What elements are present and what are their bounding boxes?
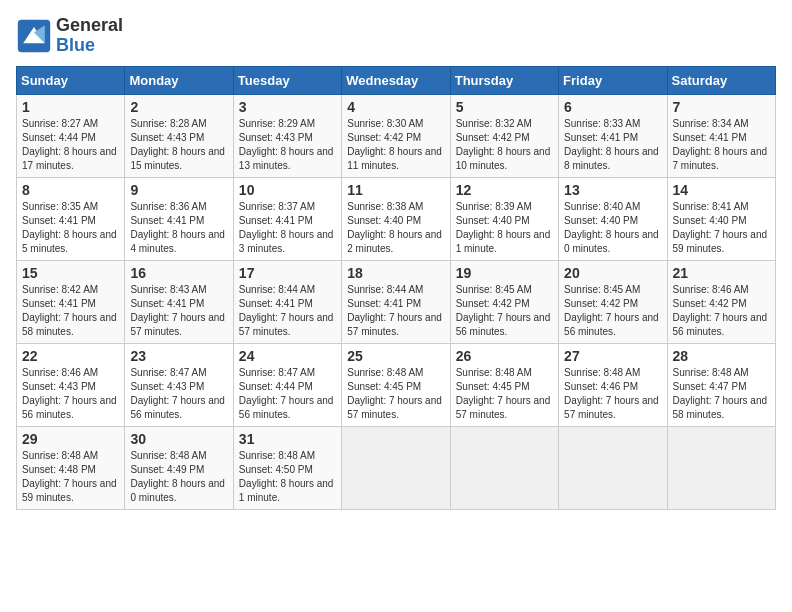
day-cell-20: 20Sunrise: 8:45 AMSunset: 4:42 PMDayligh…: [559, 260, 667, 343]
week-row-2: 8Sunrise: 8:35 AMSunset: 4:41 PMDaylight…: [17, 177, 776, 260]
col-wednesday: Wednesday: [342, 66, 450, 94]
empty-cell: [667, 426, 775, 509]
day-cell-25: 25Sunrise: 8:48 AMSunset: 4:45 PMDayligh…: [342, 343, 450, 426]
day-cell-16: 16Sunrise: 8:43 AMSunset: 4:41 PMDayligh…: [125, 260, 233, 343]
day-cell-28: 28Sunrise: 8:48 AMSunset: 4:47 PMDayligh…: [667, 343, 775, 426]
week-row-3: 15Sunrise: 8:42 AMSunset: 4:41 PMDayligh…: [17, 260, 776, 343]
calendar-header-row: Sunday Monday Tuesday Wednesday Thursday…: [17, 66, 776, 94]
week-row-1: 1Sunrise: 8:27 AMSunset: 4:44 PMDaylight…: [17, 94, 776, 177]
day-cell-4: 4Sunrise: 8:30 AMSunset: 4:42 PMDaylight…: [342, 94, 450, 177]
day-cell-31: 31Sunrise: 8:48 AMSunset: 4:50 PMDayligh…: [233, 426, 341, 509]
day-cell-29: 29Sunrise: 8:48 AMSunset: 4:48 PMDayligh…: [17, 426, 125, 509]
day-cell-19: 19Sunrise: 8:45 AMSunset: 4:42 PMDayligh…: [450, 260, 558, 343]
day-cell-6: 6Sunrise: 8:33 AMSunset: 4:41 PMDaylight…: [559, 94, 667, 177]
logo-icon: [16, 18, 52, 54]
day-cell-7: 7Sunrise: 8:34 AMSunset: 4:41 PMDaylight…: [667, 94, 775, 177]
calendar-table: Sunday Monday Tuesday Wednesday Thursday…: [16, 66, 776, 510]
day-cell-3: 3Sunrise: 8:29 AMSunset: 4:43 PMDaylight…: [233, 94, 341, 177]
day-cell-11: 11Sunrise: 8:38 AMSunset: 4:40 PMDayligh…: [342, 177, 450, 260]
col-saturday: Saturday: [667, 66, 775, 94]
day-cell-22: 22Sunrise: 8:46 AMSunset: 4:43 PMDayligh…: [17, 343, 125, 426]
day-cell-14: 14Sunrise: 8:41 AMSunset: 4:40 PMDayligh…: [667, 177, 775, 260]
day-cell-15: 15Sunrise: 8:42 AMSunset: 4:41 PMDayligh…: [17, 260, 125, 343]
day-cell-9: 9Sunrise: 8:36 AMSunset: 4:41 PMDaylight…: [125, 177, 233, 260]
empty-cell: [450, 426, 558, 509]
day-cell-24: 24Sunrise: 8:47 AMSunset: 4:44 PMDayligh…: [233, 343, 341, 426]
day-cell-13: 13Sunrise: 8:40 AMSunset: 4:40 PMDayligh…: [559, 177, 667, 260]
day-cell-12: 12Sunrise: 8:39 AMSunset: 4:40 PMDayligh…: [450, 177, 558, 260]
logo: General Blue: [16, 16, 123, 56]
col-thursday: Thursday: [450, 66, 558, 94]
col-monday: Monday: [125, 66, 233, 94]
week-row-4: 22Sunrise: 8:46 AMSunset: 4:43 PMDayligh…: [17, 343, 776, 426]
day-cell-17: 17Sunrise: 8:44 AMSunset: 4:41 PMDayligh…: [233, 260, 341, 343]
empty-cell: [559, 426, 667, 509]
day-cell-21: 21Sunrise: 8:46 AMSunset: 4:42 PMDayligh…: [667, 260, 775, 343]
logo-text: General Blue: [56, 16, 123, 56]
week-row-5: 29Sunrise: 8:48 AMSunset: 4:48 PMDayligh…: [17, 426, 776, 509]
page-header: General Blue: [16, 16, 776, 56]
empty-cell: [342, 426, 450, 509]
day-cell-27: 27Sunrise: 8:48 AMSunset: 4:46 PMDayligh…: [559, 343, 667, 426]
day-cell-30: 30Sunrise: 8:48 AMSunset: 4:49 PMDayligh…: [125, 426, 233, 509]
day-cell-2: 2Sunrise: 8:28 AMSunset: 4:43 PMDaylight…: [125, 94, 233, 177]
col-sunday: Sunday: [17, 66, 125, 94]
day-cell-8: 8Sunrise: 8:35 AMSunset: 4:41 PMDaylight…: [17, 177, 125, 260]
day-cell-1: 1Sunrise: 8:27 AMSunset: 4:44 PMDaylight…: [17, 94, 125, 177]
col-tuesday: Tuesday: [233, 66, 341, 94]
day-cell-18: 18Sunrise: 8:44 AMSunset: 4:41 PMDayligh…: [342, 260, 450, 343]
day-cell-5: 5Sunrise: 8:32 AMSunset: 4:42 PMDaylight…: [450, 94, 558, 177]
day-cell-26: 26Sunrise: 8:48 AMSunset: 4:45 PMDayligh…: [450, 343, 558, 426]
col-friday: Friday: [559, 66, 667, 94]
day-cell-23: 23Sunrise: 8:47 AMSunset: 4:43 PMDayligh…: [125, 343, 233, 426]
day-cell-10: 10Sunrise: 8:37 AMSunset: 4:41 PMDayligh…: [233, 177, 341, 260]
